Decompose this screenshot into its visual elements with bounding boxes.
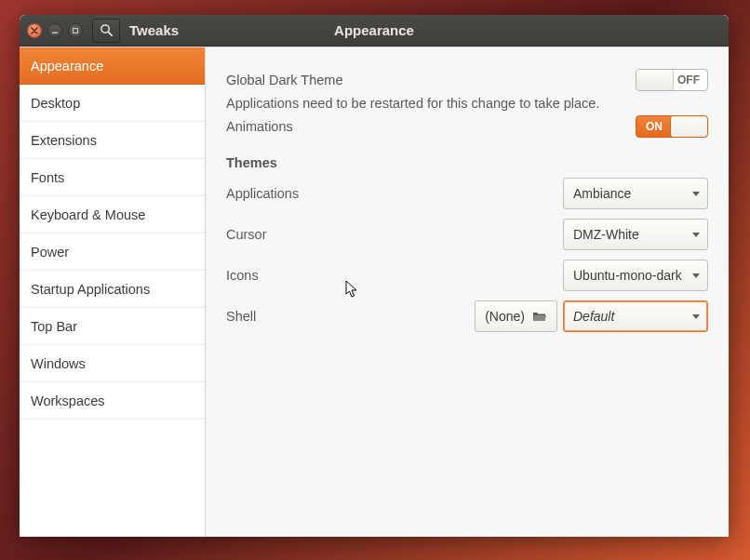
minimize-button[interactable] [47,23,62,38]
maximize-icon [72,27,79,34]
row-applications-theme: Applications Ambiance [226,178,708,209]
svg-rect-1 [74,28,78,33]
svg-rect-0 [52,32,58,33]
sidebar-item-label: Keyboard & Mouse [31,207,145,222]
applications-theme-label: Applications [226,186,299,201]
themes-header: Themes [226,155,708,170]
sidebar-item-desktop[interactable]: Desktop [20,85,205,122]
cursor-theme-combo[interactable]: DMZ-White [563,219,708,250]
cursor-theme-label: Cursor [226,227,267,242]
chevron-down-icon [692,314,700,319]
combo-value: Default [573,309,614,324]
sidebar-item-extensions[interactable]: Extensions [20,122,205,159]
sidebar-item-appearance[interactable]: Appearance [20,47,205,85]
sidebar-item-label: Fonts [31,170,64,185]
switch-on-text: ON [646,120,663,133]
minimize-icon [51,27,59,34]
page-title: Appearance [20,22,729,38]
file-button-label: (None) [485,309,525,324]
folder-open-icon [532,310,547,323]
icons-theme-combo[interactable]: Ubuntu-mono-dark [563,260,708,291]
shell-theme-label: Shell [226,309,256,324]
global-dark-theme-label: Global Dark Theme [226,73,342,87]
tweaks-window: Tweaks Appearance Appearance Desktop Ext… [20,15,729,537]
sidebar: Appearance Desktop Extensions Fonts Keyb… [20,47,206,537]
sidebar-item-label: Desktop [31,96,80,111]
sidebar-item-label: Extensions [31,133,97,148]
close-icon [31,27,38,34]
sidebar-item-label: Windows [31,356,86,371]
maximize-button[interactable] [68,23,83,38]
chevron-down-icon [692,233,700,237]
combo-value: Ubuntu-mono-dark [573,268,682,283]
window-controls [20,23,83,38]
global-dark-theme-switch[interactable]: OFF [636,69,708,91]
chevron-down-icon [692,192,700,196]
sidebar-item-label: Power [31,245,69,260]
combo-value: DMZ-White [573,227,639,242]
window-body: Appearance Desktop Extensions Fonts Keyb… [20,47,729,537]
sidebar-item-top-bar[interactable]: Top Bar [20,308,205,345]
sidebar-item-workspaces[interactable]: Workspaces [20,382,205,420]
shell-theme-combo[interactable]: Default [563,300,708,332]
switch-off-text: OFF [677,73,700,87]
row-cursor-theme: Cursor DMZ-White [226,219,708,250]
sidebar-item-fonts[interactable]: Fonts [20,159,205,196]
sidebar-item-startup-applications[interactable]: Startup Applications [20,271,205,308]
icons-theme-label: Icons [226,268,259,283]
titlebar: Tweaks Appearance [20,15,729,47]
global-dark-theme-hint: Applications need to be restarted for th… [226,96,708,111]
sidebar-item-label: Top Bar [31,319,77,334]
chevron-down-icon [692,273,700,278]
sidebar-item-label: Workspaces [31,393,105,408]
row-icons-theme: Icons Ubuntu-mono-dark [226,260,708,291]
sidebar-item-label: Startup Applications [31,282,150,297]
search-icon [100,23,114,37]
sidebar-item-power[interactable]: Power [20,233,205,271]
content-pane: Global Dark Theme OFF Applications need … [206,47,729,537]
sidebar-item-label: Appearance [31,59,103,73]
close-button[interactable] [27,23,42,38]
animations-label: Animations [226,119,293,134]
search-button[interactable] [92,19,120,43]
row-shell-theme: Shell (None) Default [226,300,708,332]
sidebar-item-keyboard-mouse[interactable]: Keyboard & Mouse [20,196,205,233]
row-global-dark-theme: Global Dark Theme OFF [226,64,708,96]
app-title: Tweaks [129,22,179,38]
combo-value: Ambiance [573,186,631,201]
row-animations: Animations ON [226,111,708,142]
sidebar-item-windows[interactable]: Windows [20,345,205,382]
shell-theme-file-button[interactable]: (None) [475,300,557,332]
animations-switch[interactable]: ON [636,115,708,138]
applications-theme-combo[interactable]: Ambiance [563,178,708,209]
svg-line-3 [108,33,112,36]
